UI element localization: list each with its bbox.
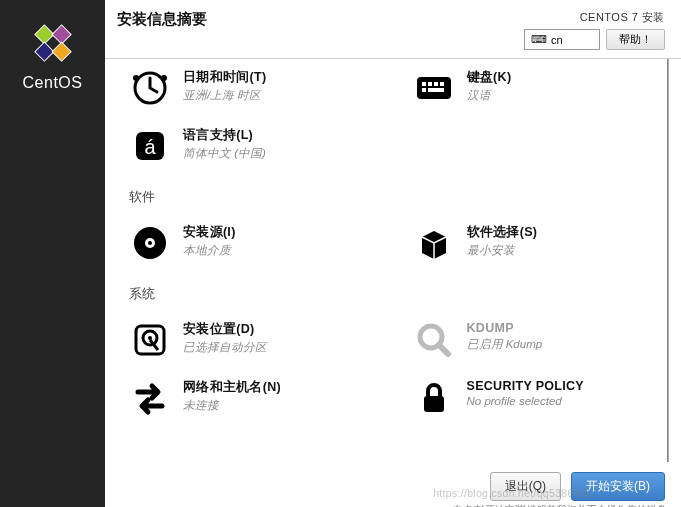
spoke-security[interactable]: SECURITY POLICY No profile selected [413,369,649,427]
svg-rect-23 [424,396,444,412]
spoke-status: 已启用 Kdump [467,337,543,352]
spoke-language[interactable]: á 语言支持(L) 简体中文 (中国) [129,117,365,175]
spoke-status: 简体中文 (中国) [183,146,266,161]
svg-rect-11 [440,82,444,86]
spoke-title: 语言支持(L) [183,127,266,144]
svg-rect-1 [52,25,71,44]
spoke-title: 安装位置(D) [183,321,267,338]
section-heading-system: 系统 [129,286,648,303]
main-panel: 安装信息摘要 CENTOS 7 安装 ⌨ cn 帮助！ 日期和时间(T) 亚洲/… [105,0,681,507]
spoke-status: 已选择自动分区 [183,340,267,355]
svg-rect-13 [428,88,444,92]
spoke-title: 日期和时间(T) [183,69,266,86]
header: 安装信息摘要 CENTOS 7 安装 ⌨ cn 帮助！ [105,0,681,59]
sidebar: CentOS [0,0,105,507]
svg-point-5 [161,75,167,81]
svg-rect-9 [428,82,432,86]
spoke-title: 软件选择(S) [467,224,538,241]
spoke-title: KDUMP [467,321,543,335]
spoke-network[interactable]: 网络和主机名(N) 未连接 [129,369,365,427]
spoke-status: 亚洲/上海 时区 [183,88,266,103]
disc-icon [129,222,171,264]
header-subtitle: CENTOS 7 安装 [580,10,665,25]
svg-point-18 [148,241,152,245]
keyboard-indicator[interactable]: ⌨ cn [524,29,600,50]
spoke-status: 最小安装 [467,243,538,258]
svg-rect-8 [422,82,426,86]
spoke-software-selection[interactable]: 软件选择(S) 最小安装 [413,214,649,272]
page-title: 安装信息摘要 [117,10,207,29]
spoke-kdump[interactable]: KDUMP 已启用 Kdump [413,311,649,369]
brand-text: CentOS [23,74,83,92]
lock-icon [413,377,455,419]
package-icon [413,222,455,264]
svg-rect-0 [34,25,53,44]
content-scroll[interactable]: 日期和时间(T) 亚洲/上海 时区 键盘(K) 汉语 á [105,59,669,462]
spoke-status: 汉语 [467,88,512,103]
svg-rect-12 [422,88,426,92]
section-heading-software: 软件 [129,189,648,206]
footer-hint: 在点击'开始安装'按钮前我们并不会操作您的磁盘 [451,503,665,507]
spoke-status: No profile selected [467,395,584,407]
keyboard-icon [413,67,455,109]
svg-point-6 [133,75,139,81]
network-icon [129,377,171,419]
disk-icon [129,319,171,361]
spoke-status: 本地介质 [183,243,236,258]
svg-text:á: á [144,136,156,158]
spoke-title: SECURITY POLICY [467,379,584,393]
clock-icon [129,67,171,109]
language-icon: á [129,125,171,167]
magnifier-icon [413,319,455,361]
footer: 退出(Q) 开始安装(B) 在点击'开始安装'按钮前我们并不会操作您的磁盘 [105,462,681,507]
spoke-status: 未连接 [183,398,281,413]
centos-logo-icon [30,20,76,70]
watermark: https://blog.csdn.net/qq53864榜 [433,487,591,501]
help-button[interactable]: 帮助！ [606,29,665,50]
svg-rect-3 [52,42,71,61]
svg-rect-2 [34,42,53,61]
spoke-install-source[interactable]: 安装源(I) 本地介质 [129,214,365,272]
spoke-title: 安装源(I) [183,224,236,241]
spoke-keyboard[interactable]: 键盘(K) 汉语 [413,59,649,117]
spoke-title: 网络和主机名(N) [183,379,281,396]
spoke-datetime[interactable]: 日期和时间(T) 亚洲/上海 时区 [129,59,365,117]
keyboard-small-icon: ⌨ [531,33,547,46]
svg-rect-10 [434,82,438,86]
keyboard-layout-text: cn [551,34,563,46]
spoke-install-destination[interactable]: 安装位置(D) 已选择自动分区 [129,311,365,369]
spoke-title: 键盘(K) [467,69,512,86]
